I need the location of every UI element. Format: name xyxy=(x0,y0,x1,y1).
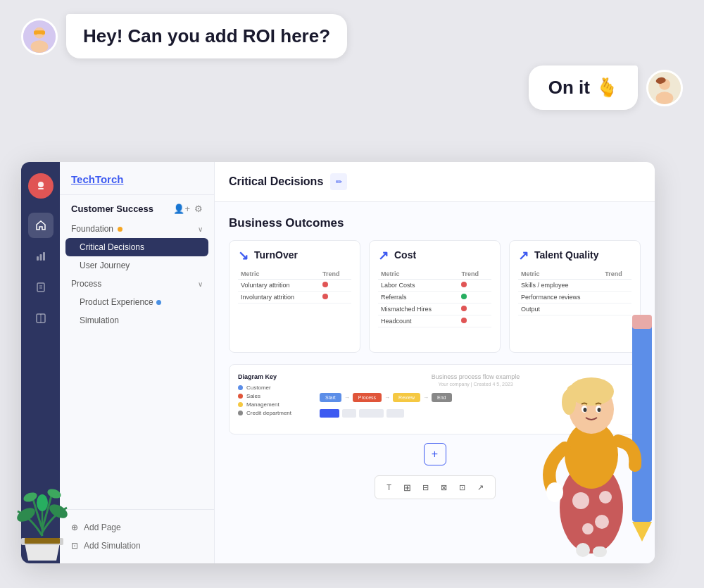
document-icon[interactable] xyxy=(28,275,54,300)
svg-point-47 xyxy=(584,408,587,412)
turnover-title: TurnOver xyxy=(254,249,298,261)
flow-block-4: End xyxy=(432,393,451,402)
user-bubble: Hey! Can you add ROI here? xyxy=(21,14,697,58)
section-header: Customer Success 👤+ ⚙ xyxy=(60,195,214,220)
toolbar-text[interactable]: T xyxy=(381,479,398,496)
cost-card-header: ↗ Cost xyxy=(378,249,491,262)
svg-rect-50 xyxy=(593,546,607,557)
nav-item-product-experience[interactable]: Product Experience xyxy=(65,293,208,311)
svg-rect-13 xyxy=(37,256,39,261)
table-row: Labor Costs xyxy=(378,280,491,292)
toolbar-embed[interactable]: ⊡ xyxy=(454,479,471,496)
col-trend: Trend xyxy=(602,269,631,280)
turnover-card-header: ↘ TurnOver xyxy=(238,249,351,262)
svg-point-34 xyxy=(595,515,609,529)
add-page-button[interactable]: ⊕ Add Page xyxy=(71,518,203,537)
talent-icon: ↗ xyxy=(518,249,529,262)
svg-marker-21 xyxy=(25,543,60,561)
talent-title: Talent Quality xyxy=(534,249,599,261)
svg-rect-49 xyxy=(576,543,590,557)
nav-item-user-journey[interactable]: User Journey xyxy=(65,256,208,275)
chevron-down-icon-process: ∨ xyxy=(198,280,203,288)
ai-avatar xyxy=(646,70,683,106)
add-user-icon[interactable]: 👤+ xyxy=(173,204,190,214)
user-avatar xyxy=(21,18,58,55)
diagram-key: Diagram Key Customer Sales Management xyxy=(238,373,308,418)
sidebar-header: TechTorch xyxy=(60,162,214,195)
col-trend: Trend xyxy=(320,269,351,280)
trend-cell xyxy=(458,280,491,292)
character-decoration xyxy=(514,311,669,567)
toolbar-table[interactable]: ⊟ xyxy=(417,479,434,496)
metric-cell: Voluntary attrition xyxy=(238,280,320,292)
key-dot-customer xyxy=(238,385,243,390)
ai-message-text: On it xyxy=(548,77,590,99)
chevron-down-icon: ∨ xyxy=(198,225,203,233)
cost-table: Metric Trend Labor Costs Refe xyxy=(378,269,491,327)
metric-cell: Referrals xyxy=(378,292,458,304)
svg-rect-16 xyxy=(37,283,44,292)
svg-point-28 xyxy=(37,494,48,511)
table-row: Performance reviews xyxy=(518,292,631,304)
chart-icon[interactable] xyxy=(28,244,54,269)
chat-area: Hey! Can you add ROI here? On it 🫰 xyxy=(21,14,697,110)
nav-item-simulation[interactable]: Simulation xyxy=(65,311,208,330)
metric-cell: Performance reviews xyxy=(518,292,602,304)
ai-bubble: On it 🫰 xyxy=(21,65,697,110)
logo-icon[interactable] xyxy=(28,173,54,199)
brand-link[interactable]: TechTorch xyxy=(71,173,123,185)
svg-rect-23 xyxy=(25,538,60,544)
flow-bar-2 xyxy=(342,409,356,418)
key-dot-credit xyxy=(238,411,243,415)
metric-cell: Headcount xyxy=(378,315,458,327)
svg-rect-29 xyxy=(632,318,652,522)
home-icon[interactable] xyxy=(28,213,54,238)
nav-group-process: Process ∨ Product Experience Simulation xyxy=(60,275,214,330)
main-header: Critical Decisions ✏ xyxy=(215,162,655,202)
turnover-table: Metric Trend Voluntary attrition xyxy=(238,269,351,304)
toolbar-grid[interactable]: ⊠ xyxy=(436,479,453,496)
svg-point-26 xyxy=(23,491,39,503)
edit-button[interactable]: ✏ xyxy=(330,173,347,190)
metric-cell: Mismatched Hires xyxy=(378,304,458,315)
add-simulation-button[interactable]: ⊡ Add Simulation xyxy=(71,537,203,555)
talent-card-header: ↗ Talent Quality xyxy=(518,249,631,262)
section-heading: Business Outcomes xyxy=(229,216,641,230)
svg-point-39 xyxy=(546,482,563,502)
book-icon[interactable] xyxy=(28,306,54,331)
foundation-label: Foundation xyxy=(71,224,122,234)
foundation-group-header[interactable]: Foundation ∨ xyxy=(65,220,208,238)
flow-bar-3 xyxy=(359,409,384,418)
nav-item-critical-decisions[interactable]: Critical Decisions xyxy=(65,238,208,256)
svg-point-27 xyxy=(46,487,63,500)
trend-cell xyxy=(320,292,351,304)
ai-emoji: 🫰 xyxy=(596,77,618,99)
process-label: Process xyxy=(71,279,101,289)
talent-table: Metric Trend Skills / employee xyxy=(518,269,631,315)
col-metric: Metric xyxy=(238,269,320,280)
flow-block-1: Start xyxy=(320,393,341,402)
key-dot-sales xyxy=(238,394,243,399)
table-row: Headcount xyxy=(378,315,491,327)
cost-title: Cost xyxy=(394,249,416,261)
process-group-header[interactable]: Process ∨ xyxy=(65,275,208,293)
svg-point-25 xyxy=(47,501,70,521)
flow-block-3: Review xyxy=(393,393,420,402)
key-item-customer: Customer xyxy=(238,384,308,391)
trend-cell xyxy=(320,280,351,292)
svg-point-36 xyxy=(599,491,612,503)
sidebar-footer: ⊕ Add Page ⊡ Add Simulation xyxy=(60,509,214,563)
add-content-button[interactable]: + xyxy=(424,443,446,465)
section-actions: 👤+ ⚙ xyxy=(173,204,203,214)
svg-point-44 xyxy=(566,385,577,402)
cost-icon: ↗ xyxy=(378,249,389,262)
svg-point-48 xyxy=(598,408,601,412)
key-item-sales: Sales xyxy=(238,393,308,399)
svg-marker-30 xyxy=(632,522,652,542)
key-item-credit: Credit department xyxy=(238,410,308,416)
foundation-dot xyxy=(118,227,122,232)
table-row: Involuntary attrition xyxy=(238,292,351,304)
settings-icon[interactable]: ⚙ xyxy=(194,204,203,214)
toolbar-img[interactable]: ⊞ xyxy=(399,479,416,496)
toolbar-export[interactable]: ↗ xyxy=(472,479,489,496)
